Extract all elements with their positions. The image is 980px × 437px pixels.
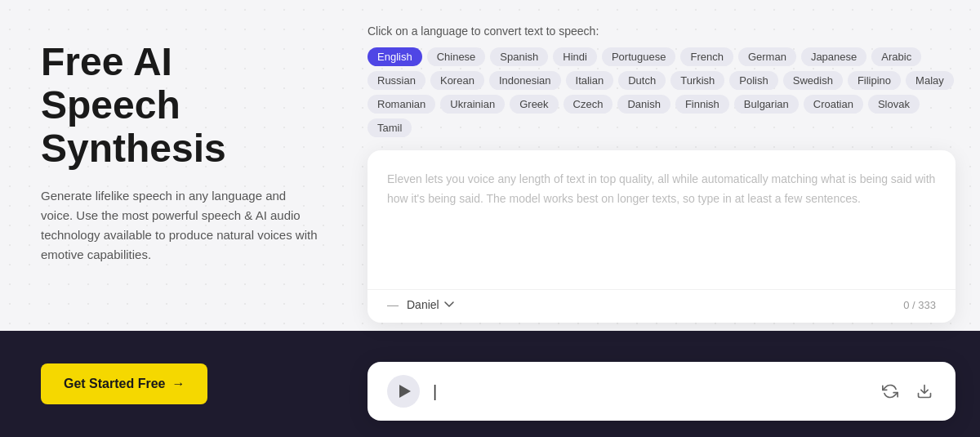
lang-tag-korean[interactable]: Korean [430,71,484,90]
voice-selector[interactable]: — Daniel [387,298,454,311]
lang-tag-greek[interactable]: Greek [510,95,558,114]
lang-tag-polish[interactable]: Polish [729,71,777,90]
left-panel: Free AI Speech Synthesis Generate lifeli… [0,0,351,331]
audio-cursor: | [433,382,437,401]
lang-tag-swedish[interactable]: Swedish [783,71,843,90]
chevron-down-icon [444,300,454,310]
lang-tag-japanese[interactable]: Japanese [801,47,866,66]
textarea-placeholder: Eleven lets you voice any length of text… [387,170,936,209]
lang-tag-finnish[interactable]: Finnish [675,95,729,114]
char-count: 0 / 333 [903,299,936,311]
lang-tag-french[interactable]: French [680,47,733,66]
right-panel: Click on a language to convert text to s… [351,0,980,331]
text-input-card: Eleven lets you voice any length of text… [368,150,956,323]
lang-tag-portuguese[interactable]: Portuguese [602,47,676,66]
lang-tag-tamil[interactable]: Tamil [368,118,412,137]
lang-tag-filipino[interactable]: Filipino [848,71,901,90]
play-button[interactable] [387,375,420,408]
lang-tag-russian[interactable]: Russian [368,71,425,90]
lang-tag-slovak[interactable]: Slovak [868,95,920,114]
lang-tag-german[interactable]: German [738,47,796,66]
bottom-section: Get Started Free → | [0,331,980,437]
textarea-area[interactable]: Eleven lets you voice any length of text… [368,150,956,289]
get-started-button[interactable]: Get Started Free → [41,363,207,404]
language-tags: EnglishChineseSpanishHindiPortugueseFren… [368,47,956,137]
lang-tag-ukrainian[interactable]: Ukrainian [440,95,505,114]
regenerate-button[interactable] [879,380,902,403]
lang-tag-czech[interactable]: Czech [564,95,613,114]
lang-tag-chinese[interactable]: Chinese [427,47,486,66]
lang-tag-dutch[interactable]: Dutch [618,71,666,90]
hero-subtitle: Generate lifelike speech in any language… [41,186,318,265]
lang-tag-hindi[interactable]: Hindi [553,47,597,66]
download-icon [916,383,933,399]
cta-arrow: → [172,377,185,391]
cta-label: Get Started Free [64,377,165,391]
language-prompt: Click on a language to convert text to s… [368,25,956,38]
hero-title: Free AI Speech Synthesis [41,41,318,170]
lang-tag-spanish[interactable]: Spanish [490,47,548,66]
download-button[interactable] [913,380,936,403]
lang-tag-turkish[interactable]: Turkish [670,71,724,90]
audio-player-card: | [368,362,956,421]
lang-tag-romanian[interactable]: Romanian [368,95,435,114]
voice-name: Daniel [407,298,439,311]
lang-tag-italian[interactable]: Italian [566,71,614,90]
lang-tag-english[interactable]: English [368,47,422,66]
lang-tag-arabic[interactable]: Arabic [871,47,921,66]
card-footer: — Daniel 0 / 333 [368,289,956,323]
dash: — [387,298,399,311]
lang-tag-croatian[interactable]: Croatian [804,95,863,114]
lang-tag-malay[interactable]: Malay [906,71,954,90]
lang-tag-bulgarian[interactable]: Bulgarian [734,95,799,114]
audio-actions [879,380,936,403]
lang-tag-danish[interactable]: Danish [617,95,670,114]
play-icon [399,385,411,398]
refresh-icon [882,383,898,399]
lang-tag-indonesian[interactable]: Indonesian [489,71,561,90]
